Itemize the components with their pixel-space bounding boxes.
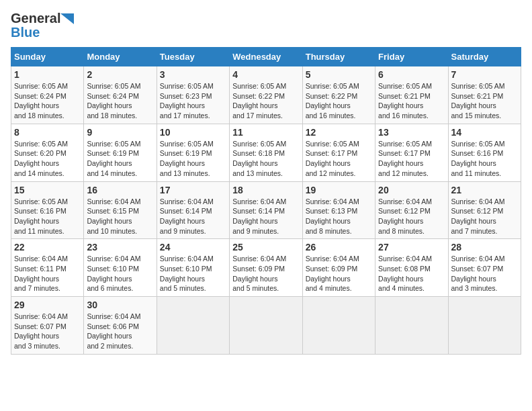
day-number: 19 bbox=[306, 185, 372, 195]
day-number: 6 bbox=[378, 69, 445, 80]
day-info: Sunrise: 6:05 AMSunset: 6:21 PMDaylight … bbox=[451, 82, 505, 120]
calendar-cell: 6 Sunrise: 6:05 AMSunset: 6:21 PMDayligh… bbox=[375, 66, 448, 124]
day-info: Sunrise: 6:05 AMSunset: 6:17 PMDaylight … bbox=[306, 140, 359, 177]
day-info: Sunrise: 6:04 AMSunset: 6:07 PMDaylight … bbox=[451, 255, 505, 292]
page-header: General Blue bbox=[11, 11, 521, 40]
day-number: 12 bbox=[306, 127, 372, 138]
calendar-cell bbox=[448, 297, 521, 355]
day-info: Sunrise: 6:05 AMSunset: 6:23 PMDaylight … bbox=[160, 82, 214, 120]
day-number: 17 bbox=[160, 185, 226, 195]
weekday-header-sunday: Sunday bbox=[11, 48, 84, 66]
day-number: 27 bbox=[378, 242, 445, 253]
day-number: 23 bbox=[87, 242, 153, 253]
day-info: Sunrise: 6:05 AMSunset: 6:16 PMDaylight … bbox=[14, 197, 68, 235]
day-number: 25 bbox=[232, 242, 299, 253]
calendar-cell bbox=[375, 297, 448, 355]
weekday-header-friday: Friday bbox=[375, 48, 448, 66]
day-info: Sunrise: 6:04 AMSunset: 6:15 PMDaylight … bbox=[87, 197, 140, 235]
calendar-cell bbox=[230, 297, 302, 355]
day-number: 14 bbox=[451, 127, 518, 138]
day-info: Sunrise: 6:05 AMSunset: 6:22 PMDaylight … bbox=[306, 82, 359, 120]
weekday-header-monday: Monday bbox=[84, 48, 157, 66]
day-info: Sunrise: 6:04 AMSunset: 6:14 PMDaylight … bbox=[232, 197, 286, 235]
calendar-cell: 24 Sunrise: 6:04 AMSunset: 6:10 PMDaylig… bbox=[157, 239, 229, 297]
weekday-row: SundayMondayTuesdayWednesdayThursdayFrid… bbox=[11, 48, 521, 66]
calendar-cell: 20 Sunrise: 6:04 AMSunset: 6:12 PMDaylig… bbox=[375, 181, 448, 239]
calendar-body: 1 Sunrise: 6:05 AMSunset: 6:24 PMDayligh… bbox=[11, 66, 521, 355]
week-row-3: 15 Sunrise: 6:05 AMSunset: 6:16 PMDaylig… bbox=[11, 181, 521, 239]
day-number: 28 bbox=[451, 242, 518, 253]
weekday-header-saturday: Saturday bbox=[448, 48, 521, 66]
calendar-cell: 1 Sunrise: 6:05 AMSunset: 6:24 PMDayligh… bbox=[11, 66, 84, 124]
logo-triangle-icon bbox=[60, 13, 74, 24]
calendar-cell: 29 Sunrise: 6:04 AMSunset: 6:07 PMDaylig… bbox=[11, 297, 84, 355]
day-info: Sunrise: 6:04 AMSunset: 6:14 PMDaylight … bbox=[160, 197, 214, 235]
week-row-4: 22 Sunrise: 6:04 AMSunset: 6:11 PMDaylig… bbox=[11, 239, 521, 297]
calendar-cell: 27 Sunrise: 6:04 AMSunset: 6:08 PMDaylig… bbox=[375, 239, 448, 297]
day-info: Sunrise: 6:04 AMSunset: 6:10 PMDaylight … bbox=[87, 255, 140, 292]
week-row-5: 29 Sunrise: 6:04 AMSunset: 6:07 PMDaylig… bbox=[11, 297, 521, 355]
day-number: 9 bbox=[87, 127, 153, 138]
svg-marker-0 bbox=[60, 13, 74, 24]
day-number: 10 bbox=[160, 127, 226, 138]
calendar-cell bbox=[157, 297, 229, 355]
calendar-cell: 17 Sunrise: 6:04 AMSunset: 6:14 PMDaylig… bbox=[157, 181, 229, 239]
calendar-cell: 12 Sunrise: 6:05 AMSunset: 6:17 PMDaylig… bbox=[302, 124, 375, 181]
calendar-cell: 8 Sunrise: 6:05 AMSunset: 6:20 PMDayligh… bbox=[11, 124, 84, 181]
day-number: 22 bbox=[14, 242, 81, 253]
calendar-cell: 15 Sunrise: 6:05 AMSunset: 6:16 PMDaylig… bbox=[11, 181, 84, 239]
day-number: 15 bbox=[14, 185, 81, 195]
calendar-cell: 23 Sunrise: 6:04 AMSunset: 6:10 PMDaylig… bbox=[84, 239, 157, 297]
day-number: 3 bbox=[160, 69, 226, 80]
calendar-cell: 16 Sunrise: 6:04 AMSunset: 6:15 PMDaylig… bbox=[84, 181, 157, 239]
calendar-header: SundayMondayTuesdayWednesdayThursdayFrid… bbox=[11, 48, 521, 66]
day-number: 16 bbox=[87, 185, 153, 195]
day-info: Sunrise: 6:04 AMSunset: 6:10 PMDaylight … bbox=[160, 255, 214, 292]
day-info: Sunrise: 6:04 AMSunset: 6:07 PMDaylight … bbox=[14, 312, 68, 350]
day-number: 8 bbox=[14, 127, 81, 138]
day-number: 21 bbox=[451, 185, 518, 195]
day-number: 30 bbox=[87, 300, 153, 310]
day-number: 11 bbox=[232, 127, 299, 138]
day-number: 13 bbox=[378, 127, 445, 138]
day-info: Sunrise: 6:04 AMSunset: 6:06 PMDaylight … bbox=[87, 312, 140, 350]
calendar-cell: 18 Sunrise: 6:04 AMSunset: 6:14 PMDaylig… bbox=[230, 181, 302, 239]
day-number: 18 bbox=[232, 185, 299, 195]
calendar-cell: 10 Sunrise: 6:05 AMSunset: 6:19 PMDaylig… bbox=[157, 124, 229, 181]
calendar-cell: 22 Sunrise: 6:04 AMSunset: 6:11 PMDaylig… bbox=[11, 239, 84, 297]
day-number: 29 bbox=[14, 300, 81, 310]
day-number: 4 bbox=[232, 69, 299, 80]
day-info: Sunrise: 6:04 AMSunset: 6:09 PMDaylight … bbox=[232, 255, 286, 292]
day-number: 26 bbox=[306, 242, 372, 253]
day-info: Sunrise: 6:05 AMSunset: 6:24 PMDaylight … bbox=[14, 82, 68, 120]
day-number: 20 bbox=[378, 185, 445, 195]
logo-blue-text: Blue bbox=[11, 25, 40, 40]
calendar-cell: 26 Sunrise: 6:04 AMSunset: 6:09 PMDaylig… bbox=[302, 239, 375, 297]
day-info: Sunrise: 6:04 AMSunset: 6:11 PMDaylight … bbox=[14, 255, 68, 292]
day-info: Sunrise: 6:05 AMSunset: 6:24 PMDaylight … bbox=[87, 82, 140, 120]
day-info: Sunrise: 6:05 AMSunset: 6:19 PMDaylight … bbox=[160, 140, 214, 177]
calendar-cell: 25 Sunrise: 6:04 AMSunset: 6:09 PMDaylig… bbox=[230, 239, 302, 297]
calendar-cell: 13 Sunrise: 6:05 AMSunset: 6:17 PMDaylig… bbox=[375, 124, 448, 181]
calendar-table: SundayMondayTuesdayWednesdayThursdayFrid… bbox=[11, 47, 521, 355]
day-info: Sunrise: 6:05 AMSunset: 6:18 PMDaylight … bbox=[232, 140, 286, 177]
calendar-cell: 28 Sunrise: 6:04 AMSunset: 6:07 PMDaylig… bbox=[448, 239, 521, 297]
day-info: Sunrise: 6:05 AMSunset: 6:20 PMDaylight … bbox=[14, 140, 68, 177]
week-row-2: 8 Sunrise: 6:05 AMSunset: 6:20 PMDayligh… bbox=[11, 124, 521, 181]
calendar-cell: 7 Sunrise: 6:05 AMSunset: 6:21 PMDayligh… bbox=[448, 66, 521, 124]
calendar-cell: 3 Sunrise: 6:05 AMSunset: 6:23 PMDayligh… bbox=[157, 66, 229, 124]
calendar-cell: 30 Sunrise: 6:04 AMSunset: 6:06 PMDaylig… bbox=[84, 297, 157, 355]
week-row-1: 1 Sunrise: 6:05 AMSunset: 6:24 PMDayligh… bbox=[11, 66, 521, 124]
calendar-cell: 19 Sunrise: 6:04 AMSunset: 6:13 PMDaylig… bbox=[302, 181, 375, 239]
day-number: 5 bbox=[306, 69, 372, 80]
day-info: Sunrise: 6:05 AMSunset: 6:16 PMDaylight … bbox=[451, 140, 505, 177]
logo-general-text: General bbox=[11, 11, 60, 26]
logo: General Blue bbox=[11, 11, 74, 40]
day-info: Sunrise: 6:04 AMSunset: 6:13 PMDaylight … bbox=[306, 197, 359, 235]
day-info: Sunrise: 6:05 AMSunset: 6:19 PMDaylight … bbox=[87, 140, 140, 177]
day-info: Sunrise: 6:04 AMSunset: 6:12 PMDaylight … bbox=[451, 197, 505, 235]
logo-row: General bbox=[11, 11, 74, 26]
calendar-cell: 4 Sunrise: 6:05 AMSunset: 6:22 PMDayligh… bbox=[230, 66, 302, 124]
day-info: Sunrise: 6:05 AMSunset: 6:22 PMDaylight … bbox=[232, 82, 286, 120]
day-info: Sunrise: 6:05 AMSunset: 6:17 PMDaylight … bbox=[378, 140, 432, 177]
